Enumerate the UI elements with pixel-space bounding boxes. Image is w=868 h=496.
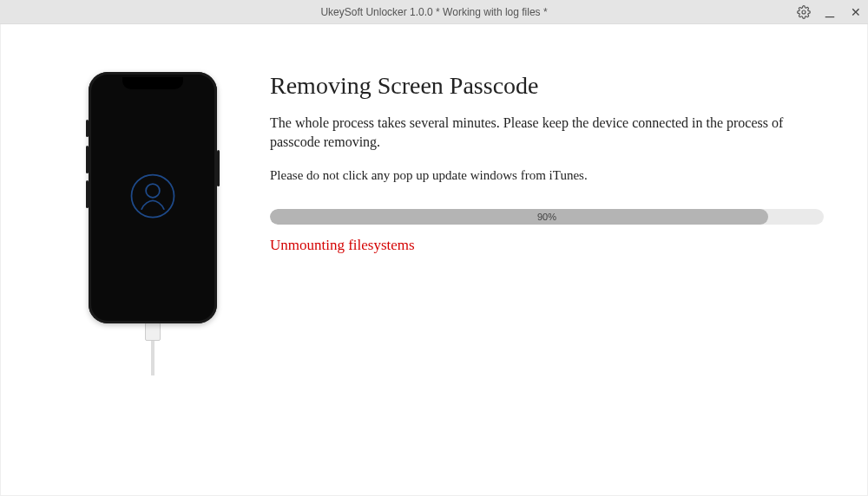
device-illustration-column [36,72,270,495]
phone-cable [151,341,155,375]
progress-fill [270,209,768,225]
content-area: Removing Screen Passcode The whole proce… [0,24,868,496]
user-icon [128,172,177,224]
phone-body [89,72,217,323]
phone-cable-assembly [89,323,217,375]
phone-connector [145,322,161,341]
phone-side-button [86,180,89,208]
warning-text: Please do not click any pop up update wi… [270,168,824,183]
titlebar: UkeySoft Unlocker 1.0.0 * Working with l… [0,0,868,24]
phone-side-button [86,120,89,137]
phone-side-button [86,146,89,173]
progress-bar: 90% [270,209,824,225]
svg-point-1 [132,175,174,218]
titlebar-controls: _ ✕ [797,5,863,19]
phone-illustration [89,72,217,375]
phone-side-button [217,150,220,186]
svg-point-2 [146,184,160,198]
minimize-icon[interactable]: _ [823,2,837,16]
page-heading: Removing Screen Passcode [270,72,824,100]
main-column: Removing Screen Passcode The whole proce… [270,72,832,495]
phone-notch [122,77,183,89]
status-text: Unmounting filesystems [270,237,824,254]
description-text: The whole process takes several minutes.… [270,114,824,153]
svg-point-0 [802,10,806,14]
settings-icon[interactable] [797,5,811,19]
window-title: UkeySoft Unlocker 1.0.0 * Working with l… [320,6,547,18]
progress-label: 90% [537,212,556,222]
close-icon[interactable]: ✕ [849,5,863,19]
